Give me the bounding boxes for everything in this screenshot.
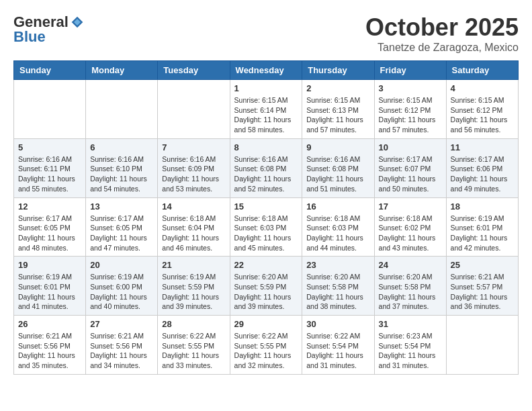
table-row: 18Sunrise: 6:19 AM Sunset: 6:01 PM Dayli…: [446, 197, 518, 257]
day-number: 24: [379, 260, 442, 270]
day-number: 2: [306, 83, 369, 93]
calendar-week-row: 1Sunrise: 6:15 AM Sunset: 6:14 PM Daylig…: [14, 80, 519, 139]
day-info: Sunrise: 6:21 AM Sunset: 5:56 PM Dayligh…: [18, 331, 81, 371]
calendar-week-row: 5Sunrise: 6:16 AM Sunset: 6:11 PM Daylig…: [14, 138, 519, 197]
day-number: 27: [90, 319, 153, 329]
table-row: 20Sunrise: 6:19 AM Sunset: 6:00 PM Dayli…: [86, 257, 158, 316]
day-number: 15: [234, 201, 298, 212]
day-number: 28: [162, 319, 225, 329]
day-info: Sunrise: 6:15 AM Sunset: 6:12 PM Dayligh…: [451, 95, 514, 135]
day-info: Sunrise: 6:18 AM Sunset: 6:03 PM Dayligh…: [306, 214, 369, 253]
header-saturday: Saturday: [446, 61, 518, 80]
table-row: 30Sunrise: 6:22 AM Sunset: 5:54 PM Dayli…: [302, 316, 374, 375]
table-row: 21Sunrise: 6:19 AM Sunset: 5:59 PM Dayli…: [158, 257, 230, 316]
day-number: 10: [379, 142, 442, 152]
day-number: 4: [451, 83, 514, 93]
table-row: 2Sunrise: 6:15 AM Sunset: 6:13 PM Daylig…: [302, 80, 374, 139]
logo-icon: [71, 15, 84, 29]
day-info: Sunrise: 6:20 AM Sunset: 5:58 PM Dayligh…: [306, 272, 369, 312]
day-number: 29: [234, 319, 298, 329]
day-number: 20: [90, 260, 153, 270]
calendar-table: Sunday Monday Tuesday Wednesday Thursday…: [13, 60, 519, 375]
table-row: 14Sunrise: 6:18 AM Sunset: 6:04 PM Dayli…: [158, 197, 230, 257]
day-info: Sunrise: 6:18 AM Sunset: 6:03 PM Dayligh…: [234, 214, 298, 253]
day-number: 8: [234, 142, 298, 152]
day-number: 21: [162, 260, 225, 270]
day-number: 13: [90, 201, 153, 212]
table-row: 8Sunrise: 6:16 AM Sunset: 6:08 PM Daylig…: [230, 138, 302, 197]
table-row: 10Sunrise: 6:17 AM Sunset: 6:07 PM Dayli…: [374, 138, 446, 197]
table-row: 29Sunrise: 6:22 AM Sunset: 5:55 PM Dayli…: [230, 316, 302, 375]
table-row: 7Sunrise: 6:16 AM Sunset: 6:09 PM Daylig…: [158, 138, 230, 197]
table-row: [14, 80, 86, 139]
day-number: 30: [306, 319, 369, 329]
calendar-week-row: 12Sunrise: 6:17 AM Sunset: 6:05 PM Dayli…: [14, 197, 519, 257]
table-row: 22Sunrise: 6:20 AM Sunset: 5:59 PM Dayli…: [230, 257, 302, 316]
month-title: October 2025: [365, 13, 519, 42]
logo: General Blue: [13, 13, 84, 46]
calendar-week-row: 19Sunrise: 6:19 AM Sunset: 6:01 PM Dayli…: [14, 257, 519, 316]
header-thursday: Thursday: [302, 61, 374, 80]
header-tuesday: Tuesday: [158, 61, 230, 80]
header-wednesday: Wednesday: [230, 61, 302, 80]
table-row: 1Sunrise: 6:15 AM Sunset: 6:14 PM Daylig…: [230, 80, 302, 139]
day-info: Sunrise: 6:16 AM Sunset: 6:10 PM Dayligh…: [90, 154, 153, 194]
table-row: 17Sunrise: 6:18 AM Sunset: 6:02 PM Dayli…: [374, 197, 446, 257]
day-info: Sunrise: 6:17 AM Sunset: 6:07 PM Dayligh…: [379, 154, 442, 194]
day-info: Sunrise: 6:23 AM Sunset: 5:54 PM Dayligh…: [379, 331, 442, 371]
day-info: Sunrise: 6:21 AM Sunset: 5:56 PM Dayligh…: [90, 331, 153, 371]
day-info: Sunrise: 6:15 AM Sunset: 6:13 PM Dayligh…: [306, 95, 369, 135]
table-row: [158, 80, 230, 139]
day-info: Sunrise: 6:15 AM Sunset: 6:12 PM Dayligh…: [379, 95, 442, 135]
table-row: 23Sunrise: 6:20 AM Sunset: 5:58 PM Dayli…: [302, 257, 374, 316]
table-row: 16Sunrise: 6:18 AM Sunset: 6:03 PM Dayli…: [302, 197, 374, 257]
day-info: Sunrise: 6:21 AM Sunset: 5:57 PM Dayligh…: [451, 272, 514, 312]
table-row: 3Sunrise: 6:15 AM Sunset: 6:12 PM Daylig…: [374, 80, 446, 139]
day-number: 26: [18, 319, 81, 329]
day-info: Sunrise: 6:17 AM Sunset: 6:06 PM Dayligh…: [451, 154, 514, 194]
day-info: Sunrise: 6:22 AM Sunset: 5:55 PM Dayligh…: [234, 331, 298, 371]
table-row: 28Sunrise: 6:22 AM Sunset: 5:55 PM Dayli…: [158, 316, 230, 375]
day-info: Sunrise: 6:22 AM Sunset: 5:54 PM Dayligh…: [306, 331, 369, 371]
day-info: Sunrise: 6:19 AM Sunset: 6:01 PM Dayligh…: [451, 214, 514, 253]
day-info: Sunrise: 6:22 AM Sunset: 5:55 PM Dayligh…: [162, 331, 225, 371]
day-number: 3: [379, 83, 442, 93]
day-info: Sunrise: 6:17 AM Sunset: 6:05 PM Dayligh…: [90, 214, 153, 253]
table-row: 24Sunrise: 6:20 AM Sunset: 5:58 PM Dayli…: [374, 257, 446, 316]
day-number: 5: [18, 142, 81, 152]
table-row: 27Sunrise: 6:21 AM Sunset: 5:56 PM Dayli…: [86, 316, 158, 375]
day-info: Sunrise: 6:18 AM Sunset: 6:02 PM Dayligh…: [379, 214, 442, 253]
table-row: 9Sunrise: 6:16 AM Sunset: 6:08 PM Daylig…: [302, 138, 374, 197]
table-row: 4Sunrise: 6:15 AM Sunset: 6:12 PM Daylig…: [446, 80, 518, 139]
day-number: 22: [234, 260, 298, 270]
day-info: Sunrise: 6:16 AM Sunset: 6:08 PM Dayligh…: [234, 154, 298, 194]
table-row: [446, 316, 518, 375]
location-title: Tanetze de Zaragoza, Mexico: [365, 42, 519, 54]
day-info: Sunrise: 6:16 AM Sunset: 6:11 PM Dayligh…: [18, 154, 81, 194]
day-number: 25: [451, 260, 514, 270]
table-row: 11Sunrise: 6:17 AM Sunset: 6:06 PM Dayli…: [446, 138, 518, 197]
day-number: 12: [18, 201, 81, 212]
day-number: 11: [451, 142, 514, 152]
day-info: Sunrise: 6:19 AM Sunset: 5:59 PM Dayligh…: [162, 272, 225, 312]
page-header: General Blue October 2025 Tanetze de Zar…: [13, 13, 519, 54]
day-info: Sunrise: 6:20 AM Sunset: 5:58 PM Dayligh…: [379, 272, 442, 312]
table-row: 31Sunrise: 6:23 AM Sunset: 5:54 PM Dayli…: [374, 316, 446, 375]
day-number: 16: [306, 201, 369, 212]
day-number: 6: [90, 142, 153, 152]
day-number: 19: [18, 260, 81, 270]
table-row: 26Sunrise: 6:21 AM Sunset: 5:56 PM Dayli…: [14, 316, 86, 375]
header-sunday: Sunday: [14, 61, 86, 80]
table-row: 13Sunrise: 6:17 AM Sunset: 6:05 PM Dayli…: [86, 197, 158, 257]
table-row: 6Sunrise: 6:16 AM Sunset: 6:10 PM Daylig…: [86, 138, 158, 197]
logo-blue-text: Blue: [13, 28, 46, 46]
day-number: 17: [379, 201, 442, 212]
title-section: October 2025 Tanetze de Zaragoza, Mexico: [365, 13, 519, 54]
table-row: 19Sunrise: 6:19 AM Sunset: 6:01 PM Dayli…: [14, 257, 86, 316]
header-friday: Friday: [374, 61, 446, 80]
day-number: 9: [306, 142, 369, 152]
calendar-week-row: 26Sunrise: 6:21 AM Sunset: 5:56 PM Dayli…: [14, 316, 519, 375]
day-number: 18: [451, 201, 514, 212]
day-number: 31: [379, 319, 442, 329]
day-info: Sunrise: 6:19 AM Sunset: 6:00 PM Dayligh…: [90, 272, 153, 312]
